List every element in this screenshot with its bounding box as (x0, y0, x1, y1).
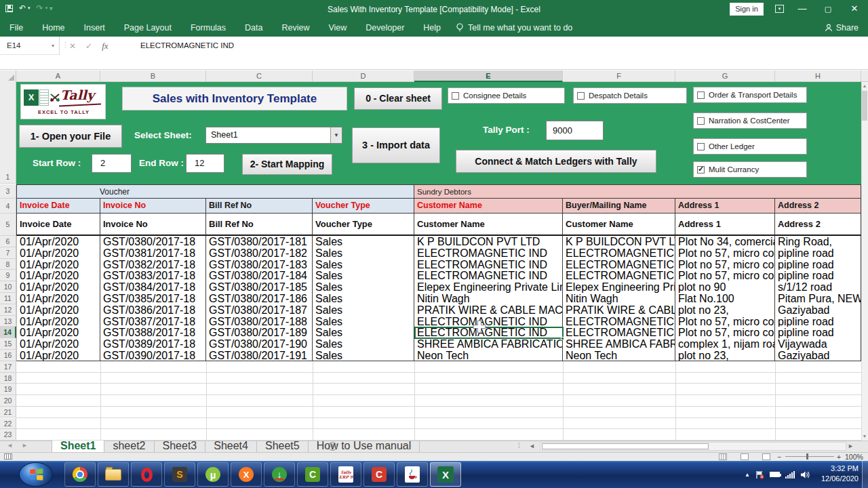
cell-A9[interactable]: 01/Apr/2020 (16, 270, 100, 281)
cell-D14[interactable]: Sales (313, 327, 414, 338)
cell-A12[interactable]: 01/Apr/2020 (16, 304, 100, 316)
sheet-tab-sheet1[interactable]: Sheet1 (52, 441, 104, 452)
ribbon-tab-page-layout[interactable]: Page Layout (115, 19, 181, 37)
cell-B16[interactable]: GST/0390/2017-18 (100, 350, 206, 361)
tray-expand-icon[interactable]: ▲ (745, 472, 750, 478)
insert-function-icon[interactable]: fx (102, 41, 108, 52)
cell-B6[interactable]: GST/0380/2017-18 (100, 236, 206, 247)
vertical-scrollbar[interactable] (861, 82, 868, 441)
cell-H9[interactable]: pipline road (775, 270, 861, 281)
tell-me-box[interactable]: Tell me what you want to do (456, 23, 572, 33)
start-row-input[interactable]: 2 (92, 154, 132, 173)
cell-C16[interactable]: GST/0380/2017-191 (206, 350, 313, 361)
cell-F15[interactable]: SHREE AMBICA FABRICATION (563, 338, 675, 350)
cell-F11[interactable]: Nitin Wagh (563, 293, 675, 304)
taskbar-icon-xampp[interactable]: X (231, 462, 262, 487)
cell-B13[interactable]: GST/0387/2017-18 (100, 316, 206, 327)
minimize-button[interactable]: — (791, 0, 814, 18)
cell-A14[interactable]: 01/Apr/2020 (16, 327, 100, 338)
maximize-button[interactable]: ▢ (816, 0, 840, 18)
normal-view-icon[interactable] (719, 453, 727, 460)
cell-F12[interactable]: PRATIK WIRE & CABLE MACHINES (563, 304, 675, 316)
row-header-3[interactable]: 3 (0, 184, 16, 199)
taskbar-icon-utorrent[interactable]: µ (197, 462, 229, 487)
action-center-flag-icon[interactable] (755, 470, 764, 479)
scroll-down-icon[interactable]: ▼ (861, 432, 868, 441)
cell-G11[interactable]: Flat No.100 (675, 293, 775, 304)
row-header-12[interactable]: 12 (0, 304, 16, 316)
cell-H12[interactable]: Gaziyabad (775, 304, 861, 316)
cell-H14[interactable]: pipline road (775, 327, 861, 338)
page-layout-view-icon[interactable] (741, 453, 749, 460)
cell-F10[interactable]: Elepex Engineering Private Limite (563, 281, 675, 293)
cell-E6[interactable]: K P BUILDCON PVT LTD (414, 236, 563, 247)
end-row-input[interactable]: 12 (186, 154, 224, 173)
taskbar-icon-tally-erp9[interactable]: TallyERP 9 (330, 462, 361, 487)
row-header-9[interactable]: 9 (0, 270, 16, 281)
ribbon-display-options-icon[interactable]: ▾ (775, 5, 784, 13)
volume-icon[interactable] (800, 470, 810, 479)
cell-G9[interactable]: Plot no 57, micro complex (675, 270, 775, 281)
cell-B12[interactable]: GST/0386/2017-18 (100, 304, 206, 316)
namebox-dropdown-icon[interactable]: ▾ (52, 37, 54, 55)
cell-D15[interactable]: Sales (313, 338, 414, 350)
sheet-tab-sheet5[interactable]: Sheet5 (257, 441, 309, 452)
tab-nav-right-icon[interactable]: ► (22, 442, 28, 449)
ribbon-tab-view[interactable]: View (319, 19, 356, 37)
cell-E7[interactable]: ELECTROMAGNETIC IND (414, 247, 563, 259)
row-header-8[interactable]: 8 (0, 259, 16, 270)
scroll-up-icon[interactable]: ▲ (861, 82, 868, 90)
cell-C7[interactable]: GST/0380/2017-182 (206, 247, 313, 259)
checkbox-box-icon[interactable] (697, 166, 705, 174)
dropdown-arrow-icon[interactable]: ▼ (330, 127, 342, 143)
cell-F14[interactable]: ELECTROMAGNETIC IND (563, 327, 675, 338)
checkbox-mulit-currancy[interactable]: Mulit Currancy (693, 161, 807, 178)
cell-G6[interactable]: Plot No 34, comercial complex (675, 236, 775, 247)
ribbon-tab-review[interactable]: Review (272, 19, 319, 37)
cell-G15[interactable]: complex 1, nijam road, (675, 338, 775, 350)
cell-B9[interactable]: GST/0383/2017-18 (100, 270, 206, 281)
ribbon-tab-insert[interactable]: Insert (75, 19, 115, 37)
show-desktop-button[interactable] (862, 461, 868, 488)
checkbox-order-transport-details[interactable]: Order & Transport Details (693, 87, 807, 103)
cell-D6[interactable]: Sales (313, 236, 414, 247)
row-header-22[interactable]: 22 (0, 418, 16, 430)
cell-G12[interactable]: plot no 23, (675, 304, 775, 316)
sheet-tab-sheet3[interactable]: Sheet3 (155, 441, 206, 452)
cell-B7[interactable]: GST/0381/2017-18 (100, 247, 206, 259)
cell-H6[interactable]: Ring Road, (775, 236, 861, 247)
checkbox-box-icon[interactable] (697, 92, 705, 99)
column-header-b[interactable]: B (100, 70, 206, 82)
ribbon-tab-help[interactable]: Help (414, 19, 450, 37)
cell-E15[interactable]: SHREE AMBICA FABRICATION (414, 338, 563, 350)
cell-D8[interactable]: Sales (313, 259, 414, 270)
cell-C9[interactable]: GST/0380/2017-184 (206, 270, 313, 281)
row-header-5[interactable]: 5 (0, 214, 16, 236)
zoom-slider-track[interactable] (785, 456, 834, 457)
ribbon-tab-formulas[interactable]: Formulas (181, 19, 235, 37)
row-header-20[interactable]: 20 (0, 395, 16, 407)
name-box[interactable]: E14 ▾ (0, 37, 60, 55)
cell-H10[interactable]: s/1/12 road (775, 281, 861, 293)
cell-H15[interactable]: Vijaywada (775, 338, 861, 350)
cell-D16[interactable]: Sales (313, 350, 414, 361)
column-header-c[interactable]: C (206, 70, 313, 82)
zoom-slider-thumb[interactable] (806, 453, 808, 460)
cell-D7[interactable]: Sales (313, 247, 414, 259)
checkbox-box-icon[interactable] (452, 92, 459, 100)
row-header-7[interactable]: 7 (0, 247, 16, 259)
new-sheet-button[interactable]: + (328, 442, 337, 451)
cell-C15[interactable]: GST/0380/2017-190 (206, 338, 313, 350)
cell-B8[interactable]: GST/0382/2017-18 (100, 259, 206, 270)
cell-H16[interactable]: Gaziyabad (775, 350, 861, 361)
cell-B14[interactable]: GST/0388/2017-18 (100, 327, 206, 338)
row-header-17[interactable]: 17 (0, 361, 16, 373)
cell-A16[interactable]: 01/Apr/2020 (16, 350, 100, 361)
battery-icon[interactable] (770, 472, 780, 477)
cell-E10[interactable]: Elepex Engineering Private Limited (414, 281, 563, 293)
cell-G10[interactable]: plot no 90 (675, 281, 775, 293)
cell-H8[interactable]: pipline road (775, 259, 861, 270)
row-header-13[interactable]: 13 (0, 316, 16, 327)
cell-D13[interactable]: Sales (313, 316, 414, 327)
taskbar-clock[interactable]: 3:32 PM 12/06/2020 (821, 464, 859, 484)
